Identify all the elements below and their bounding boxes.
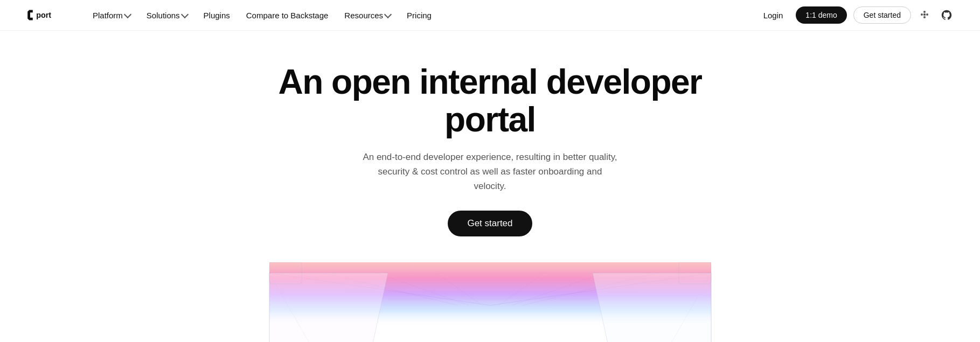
github-icon[interactable] <box>939 8 954 23</box>
get-started-nav-button[interactable]: Get started <box>853 6 911 24</box>
login-button[interactable]: Login <box>757 8 790 23</box>
chevron-down-icon <box>384 10 392 18</box>
nav-right: Login 1:1 demo Get started <box>757 6 954 24</box>
demo-button[interactable]: 1:1 demo <box>796 6 846 24</box>
get-started-hero-button[interactable]: Get started <box>448 211 532 236</box>
chevron-down-icon <box>181 10 189 18</box>
illustration-container <box>237 262 743 342</box>
svg-rect-2 <box>923 11 926 13</box>
svg-rect-3 <box>923 13 926 16</box>
nav-solutions[interactable]: Solutions <box>140 8 194 23</box>
nav-resources[interactable]: Resources <box>338 8 397 23</box>
svg-marker-23 <box>269 273 388 342</box>
illustration-svg <box>237 262 743 342</box>
svg-rect-1 <box>921 13 923 16</box>
logo-link[interactable]: port <box>26 8 65 23</box>
nav-links: Platform Solutions Plugins Compare to Ba… <box>86 8 757 23</box>
chevron-down-icon <box>124 10 131 18</box>
hero-illustration <box>0 262 980 342</box>
hero-title: An open internal developer portal <box>275 63 706 139</box>
hero-subtitle: An end-to-end developer experience, resu… <box>361 150 620 194</box>
svg-marker-24 <box>593 273 711 342</box>
svg-rect-5 <box>926 13 928 16</box>
slack-icon[interactable] <box>918 8 933 23</box>
svg-rect-4 <box>923 16 926 18</box>
hero-section: An open internal developer portal An end… <box>0 31 980 342</box>
nav-compare-backstage[interactable]: Compare to Backstage <box>240 8 335 23</box>
nav-plugins[interactable]: Plugins <box>197 8 237 23</box>
nav-platform[interactable]: Platform <box>86 8 137 23</box>
navbar: port Platform Solutions Plugins Compare … <box>0 0 980 31</box>
svg-text:port: port <box>36 11 51 19</box>
nav-pricing[interactable]: Pricing <box>400 8 438 23</box>
logo-svg: port <box>26 8 65 23</box>
